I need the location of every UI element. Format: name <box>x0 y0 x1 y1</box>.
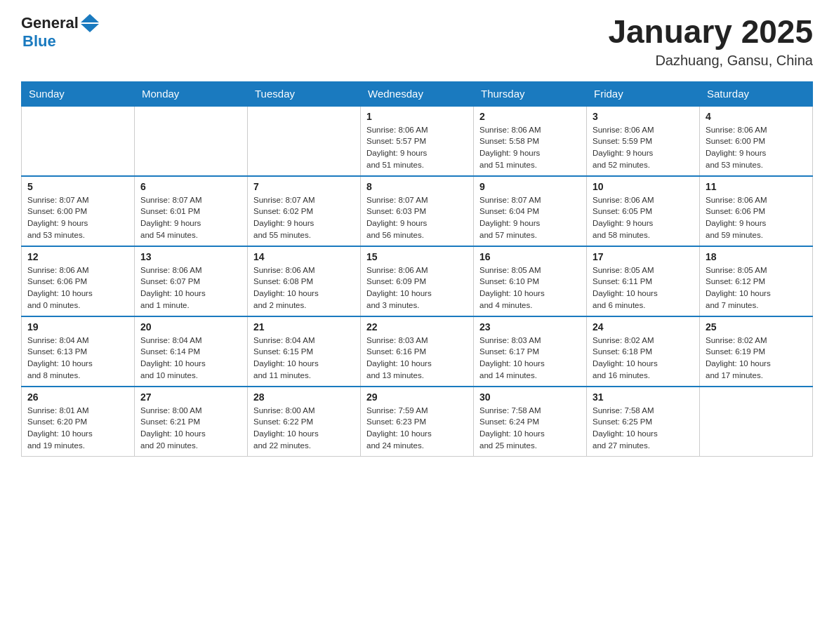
weekday-header-saturday: Saturday <box>700 81 813 106</box>
day-info: Sunrise: 8:05 AM Sunset: 6:12 PM Dayligh… <box>706 264 807 311</box>
day-number: 23 <box>479 321 581 333</box>
calendar-cell: 21Sunrise: 8:04 AM Sunset: 6:15 PM Dayli… <box>248 316 361 387</box>
day-number: 10 <box>593 181 694 192</box>
calendar-cell: 25Sunrise: 8:02 AM Sunset: 6:19 PM Dayli… <box>700 316 813 387</box>
day-info: Sunrise: 8:04 AM Sunset: 6:15 PM Dayligh… <box>253 335 355 382</box>
day-info: Sunrise: 8:06 AM Sunset: 6:06 PM Dayligh… <box>27 264 128 311</box>
calendar-cell: 2Sunrise: 8:06 AM Sunset: 5:58 PM Daylig… <box>474 106 587 176</box>
day-info: Sunrise: 8:07 AM Sunset: 6:03 PM Dayligh… <box>366 194 468 241</box>
day-number: 29 <box>366 391 468 403</box>
calendar-cell: 22Sunrise: 8:03 AM Sunset: 6:16 PM Dayli… <box>361 316 474 387</box>
calendar-cell: 19Sunrise: 8:04 AM Sunset: 6:13 PM Dayli… <box>22 316 135 387</box>
day-info: Sunrise: 8:07 AM Sunset: 6:02 PM Dayligh… <box>253 194 355 241</box>
day-number: 31 <box>593 391 694 403</box>
day-number: 26 <box>27 391 128 403</box>
day-info: Sunrise: 8:03 AM Sunset: 6:17 PM Dayligh… <box>479 335 581 382</box>
calendar-cell: 26Sunrise: 8:01 AM Sunset: 6:20 PM Dayli… <box>22 387 135 457</box>
week-row-2: 5Sunrise: 8:07 AM Sunset: 6:00 PM Daylig… <box>22 176 813 246</box>
calendar-cell <box>135 106 248 176</box>
calendar-cell: 8Sunrise: 8:07 AM Sunset: 6:03 PM Daylig… <box>361 176 474 246</box>
weekday-header-row: SundayMondayTuesdayWednesdayThursdayFrid… <box>22 81 813 106</box>
day-info: Sunrise: 8:04 AM Sunset: 6:13 PM Dayligh… <box>27 335 128 382</box>
day-info: Sunrise: 8:01 AM Sunset: 6:20 PM Dayligh… <box>27 405 128 452</box>
calendar-cell: 5Sunrise: 8:07 AM Sunset: 6:00 PM Daylig… <box>22 176 135 246</box>
day-number: 8 <box>366 181 468 192</box>
calendar-cell: 12Sunrise: 8:06 AM Sunset: 6:06 PM Dayli… <box>22 246 135 316</box>
calendar-cell: 1Sunrise: 8:06 AM Sunset: 5:57 PM Daylig… <box>361 106 474 176</box>
calendar-cell: 10Sunrise: 8:06 AM Sunset: 6:05 PM Dayli… <box>587 176 700 246</box>
calendar-cell: 14Sunrise: 8:06 AM Sunset: 6:08 PM Dayli… <box>248 246 361 316</box>
day-info: Sunrise: 8:06 AM Sunset: 6:09 PM Dayligh… <box>366 264 468 311</box>
calendar-cell <box>700 387 813 457</box>
calendar-cell: 17Sunrise: 8:05 AM Sunset: 6:11 PM Dayli… <box>587 246 700 316</box>
calendar-cell: 23Sunrise: 8:03 AM Sunset: 6:17 PM Dayli… <box>474 316 587 387</box>
calendar-cell: 30Sunrise: 7:58 AM Sunset: 6:24 PM Dayli… <box>474 387 587 457</box>
day-info: Sunrise: 8:06 AM Sunset: 5:59 PM Dayligh… <box>593 124 694 171</box>
day-number: 1 <box>366 111 468 122</box>
day-number: 2 <box>479 111 581 122</box>
weekday-header-sunday: Sunday <box>22 81 135 106</box>
day-number: 17 <box>593 251 694 262</box>
calendar-cell: 4Sunrise: 8:06 AM Sunset: 6:00 PM Daylig… <box>700 106 813 176</box>
calendar-cell: 24Sunrise: 8:02 AM Sunset: 6:18 PM Dayli… <box>587 316 700 387</box>
calendar-cell: 11Sunrise: 8:06 AM Sunset: 6:06 PM Dayli… <box>700 176 813 246</box>
day-number: 14 <box>253 251 355 262</box>
day-number: 9 <box>479 181 581 192</box>
day-number: 21 <box>253 321 355 333</box>
day-info: Sunrise: 8:06 AM Sunset: 5:58 PM Dayligh… <box>479 124 581 171</box>
logo-text-general: General <box>21 14 79 32</box>
day-number: 27 <box>140 391 241 403</box>
day-info: Sunrise: 8:05 AM Sunset: 6:10 PM Dayligh… <box>479 264 581 311</box>
calendar-cell: 28Sunrise: 8:00 AM Sunset: 6:22 PM Dayli… <box>248 387 361 457</box>
day-info: Sunrise: 8:06 AM Sunset: 6:06 PM Dayligh… <box>706 194 807 241</box>
day-number: 12 <box>27 251 128 262</box>
day-number: 20 <box>140 321 241 333</box>
day-info: Sunrise: 7:59 AM Sunset: 6:23 PM Dayligh… <box>366 405 468 452</box>
day-info: Sunrise: 8:00 AM Sunset: 6:22 PM Dayligh… <box>253 405 355 452</box>
day-number: 18 <box>706 251 807 262</box>
week-row-5: 26Sunrise: 8:01 AM Sunset: 6:20 PM Dayli… <box>22 387 813 457</box>
calendar-cell: 31Sunrise: 7:58 AM Sunset: 6:25 PM Dayli… <box>587 387 700 457</box>
day-number: 15 <box>366 251 468 262</box>
calendar-cell: 27Sunrise: 8:00 AM Sunset: 6:21 PM Dayli… <box>135 387 248 457</box>
calendar-cell: 20Sunrise: 8:04 AM Sunset: 6:14 PM Dayli… <box>135 316 248 387</box>
day-number: 13 <box>140 251 241 262</box>
calendar-cell: 7Sunrise: 8:07 AM Sunset: 6:02 PM Daylig… <box>248 176 361 246</box>
day-info: Sunrise: 8:02 AM Sunset: 6:19 PM Dayligh… <box>706 335 807 382</box>
day-info: Sunrise: 8:05 AM Sunset: 6:11 PM Dayligh… <box>593 264 694 311</box>
day-info: Sunrise: 7:58 AM Sunset: 6:24 PM Dayligh… <box>479 405 581 452</box>
day-info: Sunrise: 8:04 AM Sunset: 6:14 PM Dayligh… <box>140 335 241 382</box>
logo: General Blue <box>21 14 99 51</box>
day-info: Sunrise: 8:00 AM Sunset: 6:21 PM Dayligh… <box>140 405 241 452</box>
weekday-header-monday: Monday <box>135 81 248 106</box>
day-info: Sunrise: 8:07 AM Sunset: 6:00 PM Dayligh… <box>27 194 128 241</box>
page-header: General Blue January 2025 Dazhuang, Gans… <box>21 14 813 69</box>
day-number: 24 <box>593 321 694 333</box>
day-info: Sunrise: 8:06 AM Sunset: 6:08 PM Dayligh… <box>253 264 355 311</box>
day-number: 6 <box>140 181 241 192</box>
day-info: Sunrise: 8:07 AM Sunset: 6:04 PM Dayligh… <box>479 194 581 241</box>
week-row-4: 19Sunrise: 8:04 AM Sunset: 6:13 PM Dayli… <box>22 316 813 387</box>
day-number: 3 <box>593 111 694 122</box>
weekday-header-wednesday: Wednesday <box>361 81 474 106</box>
day-number: 16 <box>479 251 581 262</box>
calendar-cell <box>22 106 135 176</box>
weekday-header-tuesday: Tuesday <box>248 81 361 106</box>
location-title: Dazhuang, Gansu, China <box>608 53 813 69</box>
calendar-table: SundayMondayTuesdayWednesdayThursdayFrid… <box>21 81 813 457</box>
calendar-cell: 3Sunrise: 8:06 AM Sunset: 5:59 PM Daylig… <box>587 106 700 176</box>
day-info: Sunrise: 8:02 AM Sunset: 6:18 PM Dayligh… <box>593 335 694 382</box>
day-number: 30 <box>479 391 581 403</box>
calendar-cell: 16Sunrise: 8:05 AM Sunset: 6:10 PM Dayli… <box>474 246 587 316</box>
day-number: 22 <box>366 321 468 333</box>
title-block: January 2025 Dazhuang, Gansu, China <box>608 14 813 69</box>
day-info: Sunrise: 8:06 AM Sunset: 6:00 PM Dayligh… <box>706 124 807 171</box>
calendar-cell: 18Sunrise: 8:05 AM Sunset: 6:12 PM Dayli… <box>700 246 813 316</box>
day-info: Sunrise: 7:58 AM Sunset: 6:25 PM Dayligh… <box>593 405 694 452</box>
day-info: Sunrise: 8:06 AM Sunset: 6:07 PM Dayligh… <box>140 264 241 311</box>
day-number: 19 <box>27 321 128 333</box>
calendar-cell: 15Sunrise: 8:06 AM Sunset: 6:09 PM Dayli… <box>361 246 474 316</box>
month-title: January 2025 <box>608 14 813 50</box>
calendar-cell: 6Sunrise: 8:07 AM Sunset: 6:01 PM Daylig… <box>135 176 248 246</box>
day-info: Sunrise: 8:06 AM Sunset: 6:05 PM Dayligh… <box>593 194 694 241</box>
